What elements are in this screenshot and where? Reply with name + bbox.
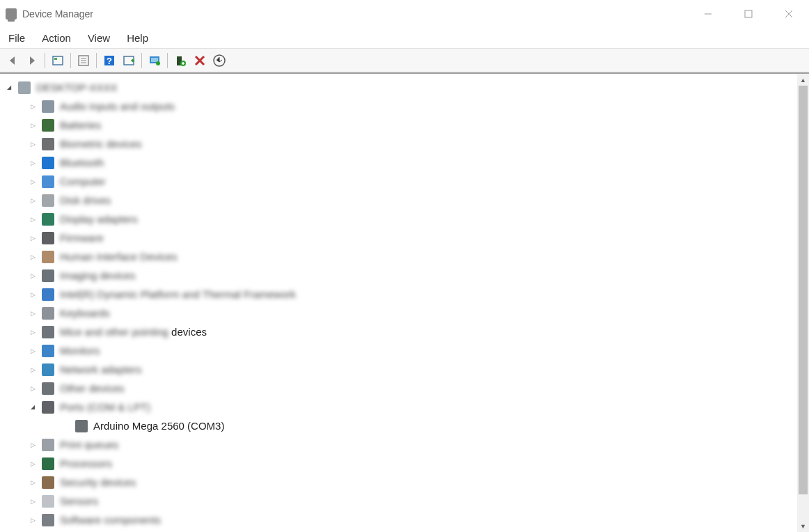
menu-view[interactable]: View <box>79 31 118 45</box>
node-label: Network adapters <box>60 363 142 375</box>
device-category-icon <box>42 269 54 282</box>
tree-row[interactable]: Ports (COM & LPT) <box>0 398 797 416</box>
back-icon[interactable] <box>4 52 21 69</box>
expand-icon[interactable] <box>28 177 38 187</box>
monitor-icon[interactable] <box>146 52 163 69</box>
device-tree[interactable]: DESKTOP-XXXXAudio inputs and outputsBatt… <box>0 74 797 532</box>
tree-row[interactable]: Other devices <box>0 379 797 398</box>
menu-file[interactable]: File <box>6 31 33 45</box>
node-label: Arduino Mega 2560 (COM3) <box>93 420 224 432</box>
expand-icon[interactable] <box>28 120 38 130</box>
tree-row[interactable]: Disk drives <box>0 191 797 210</box>
device-category-icon <box>42 345 54 357</box>
device-category-icon <box>42 363 54 376</box>
expand-icon <box>61 421 71 431</box>
expand-icon[interactable] <box>28 459 38 469</box>
collapse-icon[interactable] <box>28 402 38 412</box>
tree-row[interactable]: Arduino Mega 2560 (COM3) <box>0 416 797 435</box>
tree-row[interactable]: Intel(R) Dynamic Platform and Thermal Fr… <box>0 285 797 304</box>
collapse-icon[interactable] <box>4 83 14 93</box>
expand-icon[interactable] <box>28 515 38 525</box>
tree-row[interactable]: Print queues <box>0 435 797 454</box>
titlebar: Device Manager <box>0 0 809 28</box>
expand-icon[interactable] <box>28 158 38 168</box>
device-category-icon <box>42 138 54 150</box>
node-label: Imaging devices <box>60 269 135 281</box>
tree-row[interactable]: Mice and other pointing devices <box>0 322 797 341</box>
tree-row[interactable]: Audio inputs and outputs <box>0 97 797 116</box>
tree-row[interactable]: Keyboards <box>0 304 797 322</box>
vertical-scrollbar[interactable]: ▲ ▼ <box>797 74 809 532</box>
node-label: Other devices <box>60 382 125 394</box>
expand-icon[interactable] <box>28 365 38 375</box>
tree-row[interactable]: Processors <box>0 454 797 473</box>
node-label: Display adapters <box>60 213 138 225</box>
tree-row[interactable]: Monitors <box>0 341 797 360</box>
expand-icon[interactable] <box>28 384 38 393</box>
expand-icon[interactable] <box>28 308 38 318</box>
tree-row[interactable]: Batteries <box>0 116 797 134</box>
properties-icon[interactable] <box>75 52 92 69</box>
scroll-up-button[interactable]: ▲ <box>797 74 809 86</box>
expand-icon[interactable] <box>28 214 38 224</box>
toolbar-separator <box>141 53 142 68</box>
expand-icon[interactable] <box>28 139 38 149</box>
node-label: Audio inputs and outputs <box>60 100 175 112</box>
close-button[interactable] <box>769 0 809 28</box>
add-device-icon[interactable] <box>172 52 189 69</box>
node-label: Firmware <box>60 232 104 244</box>
scroll-track[interactable] <box>797 86 809 520</box>
scroll-thumb[interactable] <box>799 86 808 494</box>
tree-row[interactable]: Human Interface Devices <box>0 247 797 266</box>
scroll-down-button[interactable]: ▼ <box>797 520 809 532</box>
tree-row[interactable]: Display adapters <box>0 210 797 228</box>
tree-row[interactable]: Computer <box>0 172 797 191</box>
node-label: Disk drives <box>60 194 111 206</box>
expand-icon[interactable] <box>28 271 38 281</box>
remove-icon[interactable] <box>191 52 208 69</box>
maximize-button[interactable] <box>728 0 769 28</box>
expand-icon[interactable] <box>28 252 38 262</box>
show-hidden-icon[interactable] <box>49 52 66 69</box>
expand-icon[interactable] <box>28 196 38 205</box>
expand-icon[interactable] <box>28 478 38 487</box>
device-category-icon <box>18 81 31 94</box>
tree-row[interactable]: Software components <box>0 510 797 529</box>
expand-icon[interactable] <box>28 233 38 243</box>
device-category-icon <box>42 251 54 263</box>
expand-icon[interactable] <box>28 327 38 337</box>
device-category-icon <box>42 514 54 526</box>
menu-action[interactable]: Action <box>33 31 79 45</box>
scan-icon[interactable] <box>120 52 137 69</box>
tree-row[interactable]: Sensors <box>0 492 797 510</box>
tree-row[interactable]: Network adapters <box>0 360 797 379</box>
node-label: Keyboards <box>60 307 110 319</box>
expand-icon[interactable] <box>28 346 38 356</box>
node-label: Mice and other pointing devices <box>60 326 207 338</box>
svg-rect-4 <box>53 56 63 65</box>
minimize-button[interactable] <box>688 0 728 28</box>
expand-icon[interactable] <box>28 496 38 506</box>
tree-row[interactable]: Biometric devices <box>0 134 797 153</box>
device-category-icon <box>42 100 54 113</box>
toolbar-separator <box>45 53 45 68</box>
tree-row[interactable]: Bluetooth <box>0 153 797 172</box>
update-icon[interactable] <box>211 52 228 69</box>
tree-row[interactable]: DESKTOP-XXXX <box>0 78 797 97</box>
menu-help[interactable]: Help <box>118 31 157 45</box>
expand-icon[interactable] <box>28 290 38 299</box>
device-category-icon <box>42 457 54 470</box>
svg-rect-14 <box>151 58 158 62</box>
device-category-icon <box>42 439 54 451</box>
device-category-icon <box>42 119 54 132</box>
help-icon[interactable]: ? <box>101 52 118 69</box>
expand-icon[interactable] <box>28 102 38 111</box>
device-category-icon <box>42 476 54 489</box>
expand-icon[interactable] <box>28 440 38 450</box>
tree-row[interactable]: Security devices <box>0 473 797 492</box>
tree-row[interactable]: Imaging devices <box>0 266 797 285</box>
svg-rect-5 <box>54 58 57 60</box>
tree-row[interactable]: Firmware <box>0 228 797 247</box>
forward-icon[interactable] <box>24 52 40 69</box>
device-category-icon <box>42 194 54 207</box>
